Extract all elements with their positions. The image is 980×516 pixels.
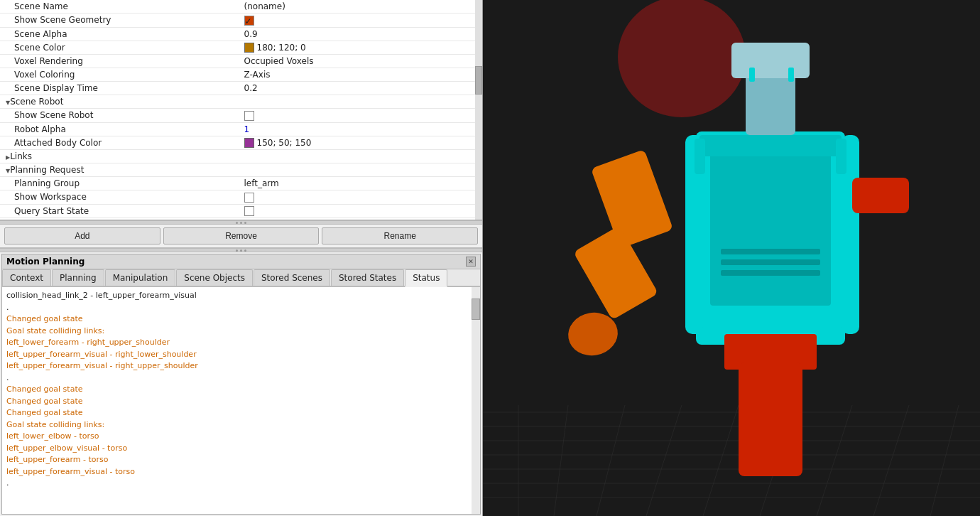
status-scrollbar[interactable] bbox=[472, 287, 480, 514]
table-row: Show Scene Geometry ✓ bbox=[0, 14, 482, 28]
status-line: Changed goal state bbox=[6, 396, 476, 408]
table-row: Show Workspace bbox=[0, 190, 482, 205]
tab-status[interactable]: Status bbox=[405, 269, 447, 287]
add-button[interactable]: Add bbox=[4, 227, 160, 244]
checkbox-show-scene-geometry[interactable]: ✓ bbox=[244, 16, 254, 26]
resize-handle-2[interactable] bbox=[0, 248, 482, 252]
table-row[interactable]: Links bbox=[0, 150, 482, 163]
prop-name: Planning Group bbox=[0, 177, 241, 190]
prop-value: 0.9 bbox=[241, 27, 483, 41]
status-line: Changed goal state bbox=[6, 313, 476, 326]
robot-scene-svg bbox=[483, 0, 980, 516]
prop-name[interactable]: Scene Robot bbox=[0, 95, 241, 109]
table-row: Show Scene Robot bbox=[0, 109, 482, 123]
table-row[interactable]: Scene Robot bbox=[0, 95, 482, 109]
checkbox-query-start-state[interactable] bbox=[244, 206, 254, 216]
expand-icon bbox=[6, 97, 10, 107]
prop-value: (noname) bbox=[241, 0, 483, 14]
resize-dots-2 bbox=[236, 249, 246, 252]
status-line: . bbox=[6, 478, 476, 490]
tab-stored-scenes[interactable]: Stored Scenes bbox=[254, 269, 330, 286]
rename-button[interactable]: Rename bbox=[322, 227, 478, 244]
svg-rect-33 bbox=[721, 270, 820, 276]
property-tree-scrollbar[interactable] bbox=[475, 0, 482, 220]
svg-rect-19 bbox=[710, 149, 831, 306]
prop-name: Scene Name bbox=[0, 0, 241, 14]
prop-value[interactable] bbox=[241, 190, 483, 205]
tab-stored-states[interactable]: Stored States bbox=[331, 269, 404, 286]
status-line: . bbox=[6, 302, 476, 314]
resize-dots bbox=[236, 222, 246, 224]
svg-rect-37 bbox=[836, 139, 846, 174]
status-line: Changed goal state bbox=[6, 384, 476, 396]
expand-icon bbox=[6, 165, 10, 175]
checkbox-show-scene-robot[interactable] bbox=[244, 111, 254, 121]
svg-rect-27 bbox=[852, 178, 909, 213]
prop-name: Scene Display Time bbox=[0, 82, 241, 95]
property-table: Scene Name (noname) Show Scene Geometry … bbox=[0, 0, 482, 218]
resize-dot bbox=[240, 249, 242, 252]
tab-manipulation[interactable]: Manipulation bbox=[105, 269, 176, 286]
table-row: Voxel Rendering Occupied Voxels bbox=[0, 55, 482, 68]
checkbox-show-workspace[interactable] bbox=[244, 193, 254, 203]
svg-rect-34 bbox=[749, 68, 755, 82]
prop-name[interactable]: Planning Request bbox=[0, 163, 241, 177]
resize-dot bbox=[240, 222, 242, 224]
status-scrollbar-thumb[interactable] bbox=[472, 299, 480, 320]
prop-name: Robot Alpha bbox=[0, 122, 241, 136]
status-line: collision_head_link_2 - left_upper_forea… bbox=[6, 290, 476, 302]
prop-value bbox=[241, 95, 483, 109]
table-row: Scene Name (noname) bbox=[0, 0, 482, 14]
button-bar: Add Remove Rename bbox=[0, 225, 482, 248]
prop-value: 1 bbox=[241, 122, 483, 136]
table-row: Voxel Coloring Z-Axis bbox=[0, 68, 482, 82]
table-row: Scene Display Time 0.2 bbox=[0, 82, 482, 95]
status-line: Goal state colliding links: bbox=[6, 326, 476, 338]
status-line: Goal state colliding links: bbox=[6, 419, 476, 431]
svg-rect-30 bbox=[699, 135, 842, 156]
prop-name: Voxel Rendering bbox=[0, 55, 241, 68]
status-line: left_lower_forearm - right_upper_shoulde… bbox=[6, 337, 476, 349]
tab-scene-objects[interactable]: Scene Objects bbox=[176, 269, 253, 286]
status-line: left_lower_elbow - torso bbox=[6, 431, 476, 443]
prop-name: Query Start State bbox=[0, 204, 241, 218]
motion-planning-title: Motion Planning bbox=[6, 257, 85, 267]
status-line: left_upper_forearm_visual - torso bbox=[6, 466, 476, 478]
remove-button[interactable]: Remove bbox=[163, 227, 320, 244]
table-row: Scene Color 180; 120; 0 bbox=[0, 41, 482, 55]
svg-point-17 bbox=[618, 0, 746, 117]
prop-value: Z-Axis bbox=[241, 68, 483, 82]
close-button[interactable]: ✕ bbox=[466, 257, 476, 267]
prop-name[interactable]: Links bbox=[0, 150, 241, 163]
table-row[interactable]: Planning Request bbox=[0, 163, 482, 177]
collapse-icon bbox=[6, 151, 10, 161]
prop-value[interactable]: ✓ bbox=[241, 14, 483, 28]
prop-name: Scene Color bbox=[0, 41, 241, 55]
status-line: left_upper_forearm_visual - right_upper_… bbox=[6, 360, 476, 372]
svg-rect-32 bbox=[721, 259, 820, 265]
prop-value bbox=[241, 150, 483, 163]
prop-value bbox=[241, 163, 483, 177]
resize-dot bbox=[244, 222, 246, 224]
prop-name: Show Scene Geometry bbox=[0, 14, 241, 28]
prop-value[interactable] bbox=[241, 204, 483, 218]
property-tree: Scene Name (noname) Show Scene Geometry … bbox=[0, 0, 482, 220]
scene-color-swatch[interactable] bbox=[244, 43, 254, 53]
status-content: collision_head_link_2 - left_upper_forea… bbox=[2, 287, 480, 514]
motion-planning-header: Motion Planning ✕ bbox=[2, 254, 480, 269]
left-panel: Scene Name (noname) Show Scene Geometry … bbox=[0, 0, 483, 516]
prop-name: Scene Alpha bbox=[0, 27, 241, 41]
motion-planning-panel: Motion Planning ✕ Context Planning Manip… bbox=[1, 254, 481, 515]
property-tree-scrollbar-thumb[interactable] bbox=[475, 66, 482, 95]
prop-value: 180; 120; 0 bbox=[241, 41, 483, 55]
attached-body-color-swatch[interactable] bbox=[244, 138, 254, 148]
resize-dot bbox=[236, 222, 238, 224]
prop-name: Voxel Coloring bbox=[0, 68, 241, 82]
status-line: left_upper_forearm - torso bbox=[6, 454, 476, 466]
resize-dot bbox=[236, 249, 238, 252]
tab-context[interactable]: Context bbox=[2, 269, 51, 286]
prop-value: 0.2 bbox=[241, 82, 483, 95]
table-row: Attached Body Color 150; 50; 150 bbox=[0, 136, 482, 150]
prop-value[interactable] bbox=[241, 109, 483, 123]
tab-planning[interactable]: Planning bbox=[52, 269, 104, 286]
